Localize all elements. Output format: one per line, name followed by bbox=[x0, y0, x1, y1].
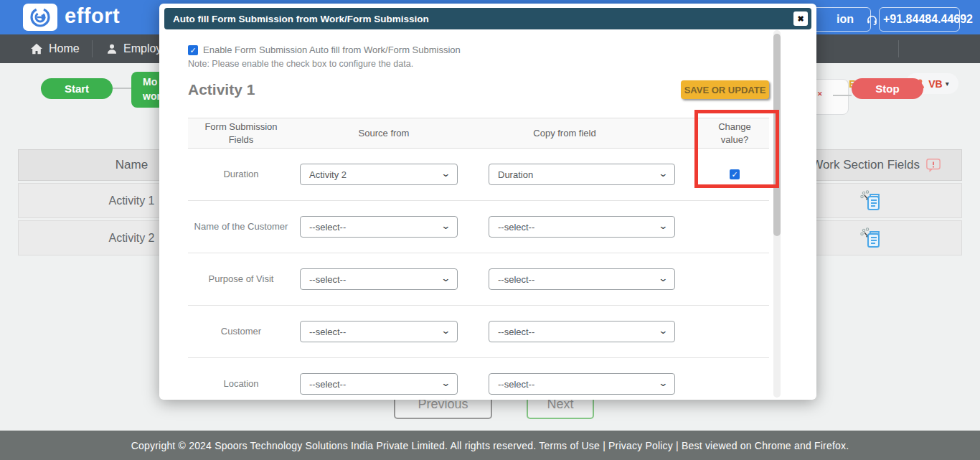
workflow-connector-left bbox=[113, 88, 131, 89]
save-or-update-button[interactable]: SAVE OR UPDATE bbox=[681, 80, 769, 99]
autofill-icon[interactable] bbox=[859, 190, 888, 212]
copyright-text: Copyright © 2024 Spoors Technology Solut… bbox=[131, 440, 849, 451]
mapping-row-name-of-customer: Name of the Customer --select-- ⌄ --sele… bbox=[188, 201, 769, 253]
source-from-select[interactable]: --select-- ⌄ bbox=[300, 268, 458, 290]
warning-icon[interactable] bbox=[925, 158, 941, 173]
mapping-row-duration: Duration Activity 2 ⌄ Duration ⌄ ✓ bbox=[188, 149, 769, 201]
nav-divider bbox=[92, 40, 93, 57]
field-label: Customer bbox=[188, 326, 294, 338]
move-node-line2: wor bbox=[143, 90, 161, 104]
work-section-fields-header: Work Section Fields bbox=[811, 158, 920, 172]
col-header-copy-from-field: Copy from field bbox=[473, 127, 700, 140]
mapping-row-location: Location --select-- ⌄ --select-- ⌄ bbox=[188, 358, 769, 400]
start-button[interactable]: Start bbox=[41, 78, 113, 99]
node-delete-icon[interactable]: ✕ bbox=[817, 90, 823, 98]
field-label: Duration bbox=[188, 169, 294, 181]
source-from-select[interactable]: Activity 2 ⌄ bbox=[300, 164, 458, 185]
workflow-connector-right bbox=[833, 95, 852, 96]
autofill-modal: Auto fill Form Submission from Work/Form… bbox=[159, 4, 816, 400]
modal-note: Note: Please enable the check box to con… bbox=[188, 59, 413, 69]
headset-icon bbox=[866, 14, 878, 26]
col-header-form-submission-fields: Form Submission Fields bbox=[198, 121, 284, 146]
topbar-partial-button-label: ion bbox=[837, 13, 854, 26]
caret-down-icon: ▾ bbox=[946, 80, 949, 88]
copy-from-field-select[interactable]: Duration ⌄ bbox=[489, 164, 675, 185]
effort-logo-icon bbox=[29, 6, 52, 29]
copy-from-field-select[interactable]: --select-- ⌄ bbox=[489, 373, 675, 395]
move-node-line1: Mo bbox=[143, 75, 157, 90]
copy-from-field-select[interactable]: --select-- ⌄ bbox=[489, 216, 675, 238]
enable-autofill-label: Enable Form Submission Auto fill from Wo… bbox=[203, 44, 461, 55]
activity-title: Activity 1 bbox=[188, 81, 255, 98]
support-phone-label: +91.84484.44692 bbox=[883, 13, 973, 26]
select-value: --select-- bbox=[309, 379, 346, 390]
mapping-row-customer: Customer --select-- ⌄ --select-- ⌄ bbox=[188, 306, 769, 358]
nav-divider-right bbox=[898, 40, 899, 57]
select-value: --select-- bbox=[309, 327, 346, 337]
stop-button[interactable]: Stop bbox=[852, 78, 923, 99]
field-label: Name of the Customer bbox=[188, 221, 294, 233]
copy-from-field-select[interactable]: --select-- ⌄ bbox=[489, 268, 675, 290]
chevron-down-icon: ⌄ bbox=[440, 168, 451, 179]
brand-name: effort bbox=[65, 4, 120, 28]
home-icon bbox=[30, 43, 43, 55]
modal-header: Auto fill Form Submission from Work/Form… bbox=[164, 8, 811, 29]
select-value: --select-- bbox=[309, 274, 346, 285]
chevron-down-icon: ⌄ bbox=[440, 220, 451, 231]
source-from-select[interactable]: --select-- ⌄ bbox=[300, 321, 458, 342]
nav-item-home[interactable]: Home bbox=[30, 34, 80, 63]
modal-scrollbar-thumb[interactable] bbox=[773, 34, 781, 236]
chevron-down-icon: ⌄ bbox=[658, 377, 668, 388]
close-icon[interactable]: ✖ bbox=[793, 11, 808, 26]
select-value: Activity 2 bbox=[309, 169, 347, 180]
field-label: Purpose of Visit bbox=[188, 273, 294, 286]
screen: effort ion +91.84484.44692 bbox=[0, 0, 980, 460]
mapping-row-purpose-of-visit: Purpose of Visit --select-- ⌄ --select--… bbox=[188, 253, 769, 306]
select-value: --select-- bbox=[498, 327, 534, 337]
enable-autofill-checkbox[interactable]: ✓ bbox=[188, 45, 198, 55]
footer: Copyright © 2024 Spoors Technology Solut… bbox=[0, 431, 980, 460]
chevron-down-icon: ⌄ bbox=[440, 273, 451, 283]
effort-logo[interactable] bbox=[23, 4, 57, 31]
copy-from-field-select[interactable]: --select-- ⌄ bbox=[489, 321, 675, 342]
chevron-down-icon: ⌄ bbox=[658, 273, 668, 283]
employees-icon bbox=[106, 43, 118, 55]
field-label: Location bbox=[188, 378, 294, 390]
chevron-down-icon: ⌄ bbox=[658, 220, 668, 231]
chevron-down-icon: ⌄ bbox=[658, 168, 668, 179]
support-phone-button[interactable]: +91.84484.44692 bbox=[879, 7, 960, 32]
select-value: --select-- bbox=[498, 222, 534, 233]
source-from-select[interactable]: --select-- ⌄ bbox=[300, 373, 458, 395]
modal-title: Auto fill Form Submission from Work/Form… bbox=[173, 14, 429, 24]
select-value: --select-- bbox=[498, 379, 534, 390]
change-value-checkbox[interactable]: ✓ bbox=[730, 169, 740, 179]
col-header-source-from: Source from bbox=[294, 127, 473, 140]
user-initials: VB bbox=[928, 78, 942, 90]
select-value: --select-- bbox=[309, 222, 346, 233]
source-from-select[interactable]: --select-- ⌄ bbox=[300, 216, 458, 238]
select-value: --select-- bbox=[498, 274, 534, 285]
modal-table-header: Form Submission Fields Source from Copy … bbox=[188, 118, 769, 149]
chevron-down-icon: ⌄ bbox=[440, 325, 451, 336]
col-header-change-value: Change value? bbox=[713, 121, 756, 146]
select-value: Duration bbox=[498, 169, 533, 180]
autofill-icon[interactable] bbox=[859, 227, 888, 249]
nav-home-label: Home bbox=[49, 42, 80, 55]
chevron-down-icon: ⌄ bbox=[440, 377, 451, 388]
chevron-down-icon: ⌄ bbox=[658, 325, 668, 336]
